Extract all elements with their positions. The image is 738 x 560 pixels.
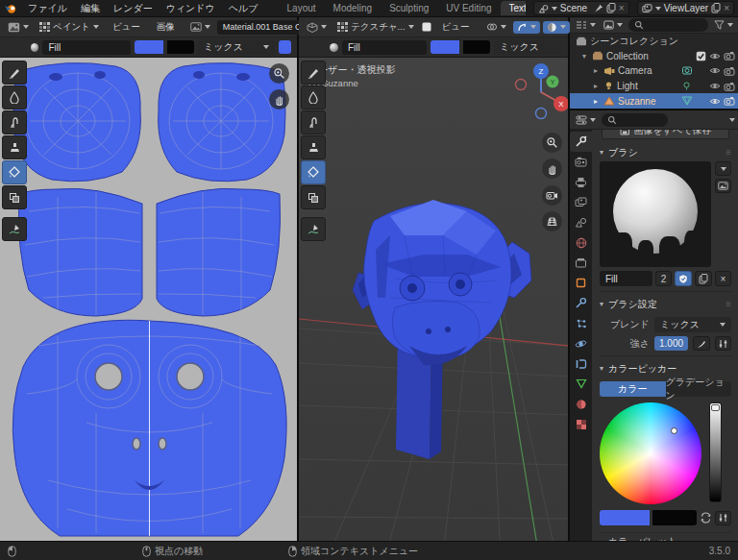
clipped-color-swatch[interactable] [279, 40, 291, 54]
tool-clone-button[interactable] [301, 135, 326, 159]
secondary-color-swatch[interactable] [167, 40, 194, 54]
menu-window[interactable]: ウィンドウ [160, 1, 222, 16]
primary-color-swatch[interactable] [430, 40, 459, 54]
workspace-tab-texture-paint[interactable]: Texture Paint [501, 1, 526, 15]
properties-tab-texture[interactable] [570, 414, 592, 434]
properties-tab-tool[interactable] [570, 132, 592, 152]
color-options-button[interactable] [715, 511, 731, 525]
brush-name-field[interactable]: Fill [342, 40, 427, 55]
eye-icon[interactable] [709, 82, 721, 90]
outliner-row-light[interactable]: ▸ Light [570, 79, 738, 94]
outliner-row-suzanne[interactable]: ▸ Suzanne [570, 93, 738, 109]
menu-help[interactable]: ヘルプ [222, 1, 265, 16]
brush-thumbnail-button[interactable] [715, 179, 731, 193]
brush-panel-header[interactable]: ▾ ブラシ ≡ [600, 143, 731, 161]
properties-tab-modifiers[interactable] [570, 293, 592, 313]
eye-icon[interactable] [709, 66, 721, 75]
properties-tab-world[interactable] [570, 232, 592, 253]
menu-edit[interactable]: 編集 [74, 1, 107, 16]
brush-preview-image[interactable] [600, 161, 711, 267]
blend-dropdown[interactable]: ミックス [654, 317, 731, 332]
properties-options-chevron-icon[interactable] [729, 118, 735, 122]
pin-icon[interactable] [594, 4, 603, 13]
color-tab[interactable]: カラー [600, 381, 666, 397]
editor-type-3d-viewport-icon[interactable] [303, 21, 331, 34]
properties-tab-particles[interactable] [570, 313, 592, 333]
brush-preview-dot-icon[interactable] [330, 43, 338, 52]
show-gizmo-dropdown[interactable] [513, 21, 540, 34]
duplicate-brush-button[interactable] [695, 271, 712, 286]
unlink-brush-button[interactable]: × [715, 271, 731, 286]
secondary-color-swatch[interactable] [463, 40, 490, 54]
menu-render[interactable]: レンダー [107, 1, 160, 16]
workspace-tab-uv-editing[interactable]: UV Editing [437, 1, 500, 15]
camera-render-icon[interactable] [724, 51, 735, 61]
properties-tab-view-layer[interactable] [570, 192, 592, 212]
toggle-perspective-button[interactable] [542, 211, 562, 231]
tool-soften-button[interactable] [2, 85, 27, 110]
image-mode-dropdown[interactable]: ペイント [36, 20, 103, 35]
gradient-tab[interactable]: グラデーション [666, 381, 732, 397]
fake-user-shield-button[interactable] [675, 271, 692, 286]
tool-soften-button[interactable] [301, 85, 326, 110]
properties-tab-collection[interactable] [570, 253, 592, 273]
brush-name-field[interactable]: Fill [42, 40, 130, 55]
value-slider-handle[interactable] [711, 404, 720, 411]
pan-hand-button[interactable] [269, 89, 289, 110]
editor-type-image-icon[interactable] [4, 21, 33, 34]
brush-select-chevron-button[interactable] [715, 161, 731, 176]
view-layer-name[interactable]: ViewLayer [664, 3, 709, 13]
image-datablock-icon[interactable] [186, 21, 214, 33]
viewport-menu-view[interactable]: ビュー [435, 20, 477, 35]
strength-pressure-button[interactable] [693, 336, 710, 351]
outliner-row-scene-collection[interactable]: シーンコレクション [570, 34, 738, 49]
remove-view-layer-icon[interactable]: × [724, 3, 729, 13]
properties-tab-scene[interactable] [570, 212, 592, 232]
image-menu-view[interactable]: ビュー [106, 20, 147, 35]
brush-name-field[interactable]: Fill [600, 271, 652, 286]
tool-draw-button[interactable] [2, 61, 27, 85]
value-slider[interactable] [709, 402, 722, 502]
properties-tab-render[interactable] [570, 152, 592, 172]
tool-clone-button[interactable] [2, 135, 27, 159]
tool-fill-button[interactable] [301, 160, 326, 184]
eye-icon[interactable] [709, 97, 721, 106]
brush-users-count-button[interactable]: 2 [655, 271, 672, 286]
disclosure-triangle-icon[interactable]: ▸ [591, 66, 601, 75]
tool-draw-button[interactable] [301, 61, 326, 85]
camera-render-icon[interactable] [724, 66, 735, 76]
color-wheel[interactable] [600, 402, 701, 504]
chevron-down-icon[interactable] [552, 7, 557, 11]
outliner-row-collection[interactable]: ▾ Collection [570, 48, 738, 63]
blender-logo-icon[interactable] [4, 3, 17, 14]
show-overlays-dropdown[interactable] [482, 21, 510, 33]
camera-render-icon[interactable] [724, 96, 735, 106]
camera-render-icon[interactable] [724, 82, 735, 91]
primary-color-swatch[interactable] [135, 40, 163, 54]
eye-icon[interactable] [709, 52, 721, 61]
camera-view-button[interactable] [542, 185, 562, 206]
properties-tab-object-data[interactable] [570, 374, 592, 394]
viewport-shading-dropdown[interactable] [543, 21, 570, 34]
brush-settings-panel-header[interactable]: ▾ ブラシ設定 ≡ [600, 295, 731, 313]
properties-search-input[interactable] [602, 113, 668, 127]
swap-colors-icon[interactable] [700, 512, 712, 523]
zoom-in-button[interactable] [269, 63, 289, 84]
tool-annotate-button[interactable] [301, 217, 326, 241]
new-scene-icon[interactable] [606, 3, 616, 13]
properties-tab-physics[interactable] [570, 333, 592, 353]
view-layer-icon[interactable] [642, 4, 652, 13]
tool-mask-button[interactable] [301, 185, 326, 209]
tool-smear-button[interactable] [2, 110, 27, 134]
strength-slider[interactable]: 1.000 [654, 336, 688, 351]
zoom-in-button[interactable] [542, 133, 562, 153]
workspace-tab-modeling[interactable]: Modeling [325, 1, 381, 15]
outliner-row-camera[interactable]: ▸ Camera [570, 63, 738, 79]
blend-mode-dropdown[interactable]: ミックス [494, 40, 561, 55]
color-wheel-cursor[interactable] [671, 427, 677, 434]
properties-tab-object[interactable] [570, 273, 592, 293]
save-all-images-button[interactable]: 画像をすべて保存 [602, 130, 729, 139]
tool-fill-button[interactable] [2, 160, 27, 184]
workspace-tab-layout[interactable]: Layout [279, 1, 325, 15]
uv-image-canvas[interactable] [0, 58, 297, 541]
